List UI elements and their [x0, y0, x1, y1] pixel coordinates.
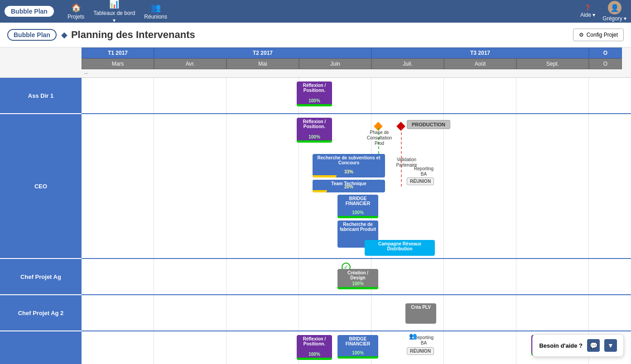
- gantt-row-ceo: Réflexion / Positionn. 100% Phase deCons…: [82, 114, 631, 259]
- label-ceo: CEO: [0, 114, 82, 259]
- label-reporting-ba: ReportingBA: [407, 166, 441, 177]
- quarter-extra: O: [589, 48, 622, 58]
- user-avatar: 👤: [608, 1, 621, 14]
- projets-icon: 🏠: [71, 3, 81, 13]
- task-crea-plv[interactable]: Créa PLV: [405, 303, 436, 324]
- page-title: Planning des Intervenants: [71, 29, 573, 41]
- task-bridge-fin-row5[interactable]: BRIDGE FINANCIER 100%: [337, 335, 378, 359]
- gear-icon: ⚙: [579, 32, 584, 38]
- app-logo[interactable]: Bubble Plan: [5, 6, 54, 17]
- month-juin: Juin: [299, 58, 371, 69]
- month-sept: Sept.: [516, 58, 589, 69]
- nav-right: ❓ Aide ▾ 👤 Grégory ▾: [580, 1, 626, 22]
- gantt-row-ass-dir-1: Réflexion / Positionn. 100%: [82, 78, 631, 114]
- planning-wrapper: T1 2017 T2 2017 T3 2017 O Mars Avr. Mai …: [0, 48, 631, 364]
- month-extra: O: [589, 58, 622, 69]
- top-nav: Bubble Plan 🏠 Projets 📊 Tableaux de bord…: [0, 0, 631, 23]
- month-mars: Mars: [82, 58, 154, 69]
- task-reflexion-ceo[interactable]: Réflexion / Positionn. 100%: [297, 118, 332, 143]
- nav-tableaux[interactable]: 📊 Tableaux de bord ▾: [93, 0, 135, 24]
- reunion-badge-ceo: RÉUNION: [407, 177, 434, 185]
- task-subventions[interactable]: Recherche de subventions et Concours 33%: [313, 154, 385, 177]
- quarter-row: T1 2017 T2 2017 T3 2017 O: [82, 48, 631, 58]
- label-row5: [0, 331, 82, 364]
- nav-projets[interactable]: 🏠 Projets: [67, 3, 84, 20]
- task-reflexion-row5[interactable]: Réflexion / Positionn. 100%: [297, 335, 332, 360]
- gantt-content: Réflexion / Positionn. 100%: [82, 78, 631, 364]
- month-juil: Juil.: [371, 58, 444, 69]
- gantt-row-chef-projet-ag: ✓ Création / Design 100%: [82, 259, 631, 295]
- quarter-t3: T3 2017: [371, 48, 589, 58]
- tableaux-icon: 📊: [109, 0, 119, 9]
- page-header: Bubble Plan ◆ Planning des Intervenants …: [0, 23, 631, 48]
- aide-icon: ❓: [584, 5, 591, 11]
- task-team-technique[interactable]: Team Technique 20%: [313, 180, 385, 192]
- month-aout: Août: [444, 58, 516, 69]
- label-chef-projet-ag: Chef Projet Ag: [0, 259, 82, 295]
- nav-reunions[interactable]: 👥 Réunions: [144, 3, 167, 20]
- scroll-indicator: ↔: [82, 69, 631, 77]
- task-campagne-distribution[interactable]: Campagne Réseaux Distribution: [365, 240, 435, 256]
- help-expand-button[interactable]: ▼: [604, 339, 617, 352]
- help-widget: Besoin d'aide ? 💬 ▼: [532, 334, 624, 357]
- task-creation-design[interactable]: Création / Design 100%: [337, 269, 378, 289]
- page-logo: Bubble Plan: [7, 29, 57, 41]
- help-label: Besoin d'aide ?: [539, 342, 583, 349]
- logo-diamond: ◆: [61, 30, 67, 40]
- people-icon: 👥: [409, 332, 417, 340]
- quarter-t1: T1 2017: [82, 48, 154, 58]
- label-chef-projet-ag2: Chef Projet Ag 2: [0, 295, 82, 331]
- production-badge: PRODUCTION: [407, 120, 450, 129]
- gantt-row-chef-projet-ag2: Créa PLV: [82, 295, 631, 331]
- task-reflexion-assdir[interactable]: Réflexion / Positionn. 100%: [297, 81, 332, 106]
- quarter-t2: T2 2017: [154, 48, 371, 58]
- nav-aide[interactable]: ❓ Aide ▾: [580, 5, 595, 18]
- month-avr: Avr.: [154, 58, 226, 69]
- task-bridge-fin-ceo[interactable]: BRIDGE FINANCIER 100%: [337, 195, 378, 218]
- row-labels: Ass Dir 1 CEO Chef Projet Ag Chef Projet…: [0, 78, 82, 364]
- month-mai: Mai: [226, 58, 299, 69]
- reunion-badge-row5: RÉUNION: [407, 347, 434, 355]
- nav-user[interactable]: 👤 Grégory ▾: [602, 1, 626, 22]
- label-ass-dir-1: Ass Dir 1: [0, 78, 82, 114]
- month-row: Mars Avr. Mai Juin Juil. Août Sept. O: [82, 58, 631, 69]
- reunions-icon: 👥: [151, 3, 161, 13]
- gantt-body: Ass Dir 1 CEO Chef Projet Ag Chef Projet…: [0, 78, 631, 364]
- label-phase-consultation: Phase deConsultationProd: [362, 130, 396, 146]
- timeline-header: T1 2017 T2 2017 T3 2017 O Mars Avr. Mai …: [0, 48, 631, 78]
- config-projet-button[interactable]: ⚙ Config Projet: [573, 29, 624, 41]
- help-chat-button[interactable]: 💬: [587, 339, 600, 352]
